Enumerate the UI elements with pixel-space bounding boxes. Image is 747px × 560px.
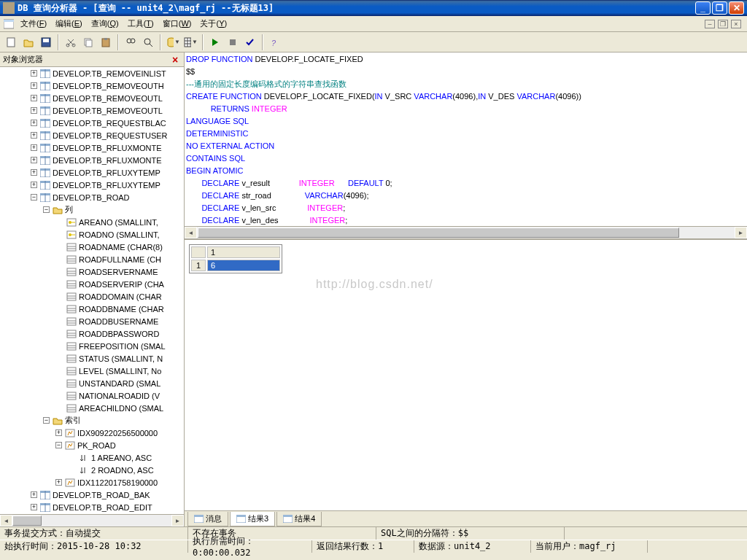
table-icon bbox=[39, 69, 51, 79]
tree-node[interactable]: 2 ROADNO, ASC bbox=[0, 464, 184, 476]
svg-rect-8 bbox=[86, 40, 92, 47]
sidebar-hscroll[interactable]: ◄► bbox=[0, 514, 184, 526]
tree-node[interactable]: ROADDOMAIN (CHAR bbox=[0, 290, 184, 303]
tree-label: DEVELOP.TB_RFLUXMONTE bbox=[53, 156, 162, 165]
tree-node[interactable]: +DEVELOP.TB_RFLUXMONTE bbox=[0, 141, 184, 154]
find-button[interactable] bbox=[123, 34, 139, 50]
idx-icon bbox=[64, 440, 76, 451]
svg-point-57 bbox=[69, 221, 71, 224]
tree-node[interactable]: FREEPOSITION (SMAL bbox=[0, 340, 184, 352]
tree-node[interactable]: +DEVELOP.TB_REMOVEOUTH bbox=[0, 79, 184, 92]
minimize-button[interactable]: _ bbox=[695, 1, 711, 15]
close-button[interactable]: ✕ bbox=[729, 1, 744, 15]
mdi-close-button[interactable]: × bbox=[731, 20, 741, 28]
svg-rect-62 bbox=[67, 244, 76, 251]
tree-node[interactable]: UNSTANDARD (SMAL bbox=[0, 377, 184, 389]
col-icon bbox=[66, 378, 77, 389]
tree-node[interactable]: +DEVELOP.TB_ROAD_EDIT bbox=[0, 501, 184, 513]
menu-item[interactable]: 关于(Y) bbox=[196, 17, 231, 31]
tree-node[interactable]: +DEVELOP.TB_REQUESTUSER bbox=[0, 129, 184, 141]
new-button[interactable] bbox=[3, 34, 19, 50]
tree-label: LEVEL (SMALLINT, No bbox=[79, 367, 161, 376]
tree-node[interactable]: AREANO (SMALLINT, bbox=[0, 216, 184, 228]
tree-node[interactable]: ROADSERVERIP (CHA bbox=[0, 278, 184, 290]
tree-node[interactable]: −索引 bbox=[0, 414, 184, 427]
menu-item[interactable]: 窗口(W) bbox=[158, 17, 196, 31]
tree-node[interactable]: −DEVELOP.TB_ROAD bbox=[0, 191, 184, 203]
sql-editor[interactable]: DROP FUNCTION DEVELOP.F_LOCATE_FIXED$$--… bbox=[185, 52, 747, 226]
col-icon bbox=[66, 391, 77, 401]
results-pane: 1 16 http://blog.csdn.net/ bbox=[185, 238, 747, 510]
tree-node[interactable]: ROADDBPASSWORD bbox=[0, 327, 184, 340]
menu-item[interactable]: 工具(T) bbox=[123, 17, 158, 31]
tree-node[interactable]: ROADNO (SMALLINT, bbox=[0, 228, 184, 241]
tree-node[interactable]: −列 bbox=[0, 203, 184, 216]
tree-node[interactable]: ROADFULLNAME (CH bbox=[0, 253, 184, 265]
stop-button[interactable] bbox=[225, 34, 241, 50]
col-icon bbox=[66, 341, 77, 351]
tree-node[interactable]: −PK_ROAD bbox=[0, 439, 184, 451]
tree-node[interactable]: ROADSERVERNAME bbox=[0, 265, 184, 278]
tree-node[interactable]: NATIONALROADID (V bbox=[0, 389, 184, 402]
svg-rect-86 bbox=[67, 343, 76, 350]
paste-button[interactable] bbox=[98, 34, 114, 50]
tree-node[interactable]: LEVEL (SMALLINT, No bbox=[0, 365, 184, 377]
col-icon bbox=[66, 242, 77, 252]
tree-label: DEVELOP.TB_ROAD_EDIT bbox=[53, 503, 152, 512]
tree-node[interactable]: +DEVELOP.TB_REMOVEINLIST bbox=[0, 67, 184, 79]
run-button[interactable] bbox=[207, 34, 223, 50]
tree-label: ROADDBPASSWORD bbox=[79, 330, 159, 338]
maximize-button[interactable]: ❐ bbox=[712, 1, 727, 15]
tree-node[interactable]: ROADNAME (CHAR(8) bbox=[0, 241, 184, 253]
tree-node[interactable]: +DEVELOP.TB_REMOVEOUTL bbox=[0, 104, 184, 117]
tree-node[interactable]: +DEVELOP.TB_REMOVEOUTL bbox=[0, 92, 184, 104]
tree-node[interactable]: +DEVELOP.TB_ROAD_TOARE bbox=[0, 513, 184, 514]
object-tree[interactable]: +DEVELOP.TB_REMOVEINLIST+DEVELOP.TB_REMO… bbox=[0, 67, 184, 514]
db-button[interactable]: ▼ bbox=[165, 34, 181, 50]
tree-label: DEVELOP.TB_REMOVEINLIST bbox=[53, 69, 166, 78]
tree-node[interactable]: +DEVELOP.TB_REQUESTBLAC bbox=[0, 117, 184, 129]
tree-node[interactable]: AREACHILDNO (SMAL bbox=[0, 402, 184, 414]
status-cell: 当前用户：magf_rj bbox=[531, 540, 648, 553]
table-icon bbox=[39, 192, 51, 203]
menu-item[interactable]: 查询(Q) bbox=[87, 17, 123, 31]
tree-label: ROADSERVERIP (CHA bbox=[79, 280, 164, 289]
result-tab[interactable]: 结果4 bbox=[276, 512, 322, 526]
open-button[interactable] bbox=[20, 34, 36, 50]
tree-node[interactable]: ROADDBNAME (CHAR bbox=[0, 303, 184, 315]
tree-node[interactable]: +IDX112201758190000 bbox=[0, 476, 184, 489]
replace-button[interactable] bbox=[140, 34, 156, 50]
check-button[interactable] bbox=[242, 34, 258, 50]
svg-rect-95 bbox=[67, 380, 76, 387]
grid-row-header[interactable]: 1 bbox=[191, 260, 206, 271]
svg-rect-89 bbox=[67, 355, 76, 362]
tree-node[interactable]: ROADDBUSERNAME bbox=[0, 315, 184, 327]
cut-button[interactable] bbox=[63, 34, 79, 50]
tree-node[interactable]: STATUS (SMALLINT, N bbox=[0, 352, 184, 365]
svg-rect-83 bbox=[67, 330, 76, 338]
result-tab[interactable]: 消息 bbox=[187, 512, 228, 526]
grid-button[interactable]: ▼ bbox=[182, 34, 198, 50]
sidebar-close-icon[interactable]: × bbox=[169, 54, 181, 66]
result-tab[interactable]: 结果3 bbox=[230, 512, 275, 526]
tree-node[interactable]: +DEVELOP.TB_RFLUXYTEMP bbox=[0, 179, 184, 191]
table-icon bbox=[39, 155, 51, 166]
menu-item[interactable]: 编辑(E) bbox=[51, 17, 87, 31]
tree-node[interactable]: 1 AREANO, ASC bbox=[0, 451, 184, 464]
tree-label: IDX909220256500000 bbox=[77, 429, 158, 438]
editor-hscroll[interactable]: ◄► bbox=[185, 226, 747, 238]
help-button[interactable]: ? bbox=[267, 34, 283, 50]
mdi-minimize-button[interactable]: – bbox=[705, 20, 715, 28]
copy-button[interactable] bbox=[80, 34, 96, 50]
grid-col-header[interactable]: 1 bbox=[207, 246, 280, 258]
tree-node[interactable]: +IDX909220256500000 bbox=[0, 427, 184, 439]
svg-rect-77 bbox=[67, 306, 76, 313]
mdi-restore-button[interactable]: ❐ bbox=[718, 20, 728, 28]
grid-cell[interactable]: 6 bbox=[207, 260, 280, 271]
tree-node[interactable]: +DEVELOP.TB_RFLUXYTEMP bbox=[0, 166, 184, 179]
tree-node[interactable]: +DEVELOP.TB_ROAD_BAK bbox=[0, 489, 184, 501]
save-button[interactable] bbox=[38, 34, 54, 50]
result-grid[interactable]: 1 16 bbox=[189, 244, 282, 273]
tree-node[interactable]: +DEVELOP.TB_RFLUXMONTE bbox=[0, 154, 184, 166]
menu-item[interactable]: 文件(F) bbox=[16, 17, 51, 31]
